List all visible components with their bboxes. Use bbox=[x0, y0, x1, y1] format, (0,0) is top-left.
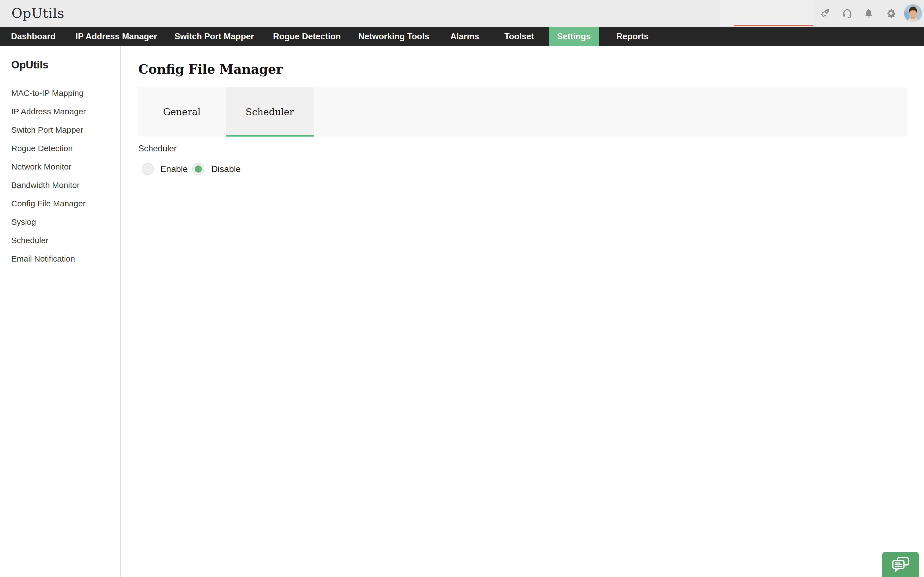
rocket-icon[interactable] bbox=[819, 8, 830, 19]
nav-item-settings[interactable]: Settings bbox=[549, 27, 599, 46]
bell-icon[interactable] bbox=[863, 8, 874, 19]
nav-item-networking-tools[interactable]: Networking Tools bbox=[350, 27, 438, 46]
enable-radio-label[interactable]: Enable bbox=[160, 164, 188, 174]
scheduler-section-label: Scheduler bbox=[138, 144, 177, 153]
nav-item-dashboard[interactable]: Dashboard bbox=[3, 27, 64, 46]
disable-radio[interactable] bbox=[192, 163, 204, 175]
gear-icon[interactable] bbox=[885, 8, 897, 19]
sidebar-item-scheduler[interactable]: Scheduler bbox=[0, 231, 120, 250]
sidebar-item-mac-to-ip-mapping[interactable]: MAC-to-IP Mapping bbox=[0, 84, 120, 102]
app-root: OpUtils bbox=[0, 0, 924, 577]
enable-radio[interactable] bbox=[142, 163, 154, 175]
headset-icon[interactable] bbox=[842, 8, 853, 19]
nav-item-rogue-detection[interactable]: Rogue Detection bbox=[265, 27, 349, 46]
sidebar-list: MAC-to-IP Mapping IP Address Manager Swi… bbox=[0, 84, 120, 268]
nav-item-ip-address-manager[interactable]: IP Address Manager bbox=[67, 27, 165, 46]
live-chat-button[interactable] bbox=[882, 552, 919, 577]
product-logo: OpUtils bbox=[11, 0, 65, 27]
page-title: Config File Manager bbox=[138, 62, 283, 77]
scheduler-radio-group: Enable Disable bbox=[142, 163, 241, 175]
sidebar-divider bbox=[120, 46, 121, 577]
tab-strip: General Scheduler bbox=[138, 87, 908, 137]
nav-item-toolset[interactable]: Toolset bbox=[496, 27, 542, 46]
search-underline bbox=[734, 25, 813, 26]
sidebar-title: OpUtils bbox=[11, 59, 48, 71]
sidebar-item-switch-port-mapper[interactable]: Switch Port Mapper bbox=[0, 121, 120, 139]
topbar: OpUtils bbox=[0, 0, 924, 27]
tab-general[interactable]: General bbox=[138, 87, 225, 137]
sidebar-item-ip-address-manager[interactable]: IP Address Manager bbox=[0, 102, 120, 121]
nav-item-reports[interactable]: Reports bbox=[608, 27, 657, 46]
sidebar-item-rogue-detection[interactable]: Rogue Detection bbox=[0, 139, 120, 158]
chat-bubbles-icon bbox=[890, 556, 911, 574]
main-nav: Dashboard IP Address Manager Switch Port… bbox=[0, 27, 924, 46]
disable-radio-label[interactable]: Disable bbox=[212, 164, 241, 174]
sidebar-item-syslog[interactable]: Syslog bbox=[0, 213, 120, 231]
nav-item-switch-port-mapper[interactable]: Switch Port Mapper bbox=[166, 27, 262, 46]
nav-item-alarms[interactable]: Alarms bbox=[442, 27, 487, 46]
search-input[interactable] bbox=[720, 0, 813, 26]
sidebar-item-network-monitor[interactable]: Network Monitor bbox=[0, 158, 120, 176]
sidebar-item-bandwidth-monitor[interactable]: Bandwidth Monitor bbox=[0, 176, 120, 194]
user-avatar[interactable] bbox=[904, 4, 922, 22]
tab-scheduler[interactable]: Scheduler bbox=[226, 87, 314, 137]
sidebar-item-email-notification[interactable]: Email Notification bbox=[0, 250, 120, 268]
sidebar-item-config-file-manager[interactable]: Config File Manager bbox=[0, 194, 120, 213]
